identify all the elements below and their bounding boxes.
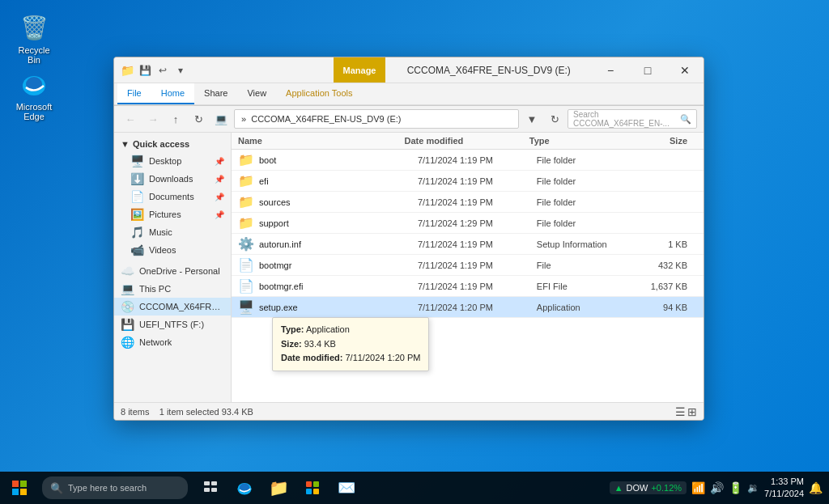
- videos-label: Videos: [149, 245, 176, 255]
- quick-access-label: Quick access: [133, 139, 189, 149]
- videos-icon: 📹: [130, 244, 144, 256]
- taskbar-apps: 📁 ✉️: [191, 472, 366, 504]
- taskbar-file-explorer[interactable]: 📁: [262, 472, 295, 504]
- file-list: Name Date modified Type Size 📁 boot 7/11…: [232, 133, 704, 402]
- file-name-efi: efi: [259, 176, 418, 186]
- sidebar-item-videos[interactable]: 📹 Videos: [114, 241, 231, 259]
- sidebar-item-network[interactable]: 🌐 Network: [114, 333, 231, 351]
- file-row-bootmgr[interactable]: 📄 bootmgr 7/11/2024 1:19 PM File 432 KB: [232, 255, 704, 276]
- tab-home[interactable]: Home: [151, 83, 194, 104]
- minimize-button[interactable]: −: [592, 57, 629, 83]
- col-header-type[interactable]: Type: [529, 136, 629, 146]
- search-placeholder-text: Search CCCOMA_X64FRE_EN-...: [573, 110, 677, 128]
- sidebar-item-music[interactable]: 🎵 Music: [114, 223, 231, 241]
- folder-icon: 📁: [238, 194, 254, 210]
- pin-icon-pictures: 📌: [215, 210, 224, 219]
- file-explorer-window: 📁 💾 ↩ ▾ Manage CCCOMA_X64FRE_EN-US_DV9 (…: [113, 57, 704, 421]
- col-header-size[interactable]: Size: [629, 136, 697, 146]
- network-icon[interactable]: 📶: [691, 481, 705, 494]
- svg-rect-6: [204, 481, 210, 485]
- tab-view[interactable]: View: [237, 83, 276, 104]
- up-button[interactable]: ↑: [166, 109, 185, 129]
- file-row-bootmgr-efi[interactable]: 📄 bootmgr.efi 7/11/2024 1:19 PM EFI File…: [232, 276, 704, 297]
- undo-btn[interactable]: ↩: [155, 62, 171, 78]
- address-dropdown[interactable]: ▼: [522, 109, 542, 129]
- col-header-name[interactable]: Name: [238, 136, 405, 146]
- tab-application-tools[interactable]: Application Tools: [276, 83, 362, 104]
- sidebar-item-cccoma[interactable]: 💿 CCCOMA_X64FRE_...: [114, 298, 231, 316]
- sidebar-item-this-pc[interactable]: 💻 This PC: [114, 280, 231, 298]
- tab-share[interactable]: Share: [194, 83, 237, 104]
- sidebar-item-documents[interactable]: 📄 Documents 📌: [114, 188, 231, 205]
- file-date-bootmgr: 7/11/2024 1:19 PM: [418, 260, 537, 270]
- desktop: 🗑️ Recycle Bin Microsoft Edge 📁 💾 ↩ ▾: [0, 0, 829, 504]
- edge-label: Microsoft Edge: [11, 102, 57, 121]
- back-button[interactable]: ←: [121, 109, 140, 129]
- window-icon: 📁: [121, 64, 134, 77]
- network-label: Network: [139, 337, 172, 347]
- stock-change: +0.12%: [651, 483, 682, 493]
- sidebar-quick-access-header[interactable]: ▼ Quick access: [114, 136, 231, 152]
- address-path-field[interactable]: » CCCOMA_X64FRE_EN-US_DV9 (E:): [234, 109, 519, 129]
- file-date-efi: 7/11/2024 1:19 PM: [418, 176, 537, 186]
- address-refresh[interactable]: ↻: [545, 109, 564, 129]
- volume-icon[interactable]: 🔉: [747, 482, 759, 493]
- uefi-label: UEFI_NTFS (F:): [139, 320, 204, 329]
- svg-rect-2: [12, 481, 19, 487]
- col-header-date[interactable]: Date modified: [405, 136, 529, 146]
- large-icons-view-button[interactable]: ⊞: [687, 405, 697, 418]
- battery-icon[interactable]: 🔋: [729, 481, 742, 494]
- sidebar-item-pictures[interactable]: 🖼️ Pictures 📌: [114, 205, 231, 223]
- taskbar-task-view[interactable]: [194, 472, 227, 504]
- taskbar-search[interactable]: 🔍 Type here to search: [42, 476, 188, 499]
- tooltip-type: Type: Application: [281, 323, 420, 337]
- window-title-text: CCCOMA_X64FRE_EN-US_DV9 (E:): [407, 65, 571, 76]
- date-text: 7/11/2024: [764, 488, 804, 500]
- file-type-sources: File folder: [537, 197, 632, 207]
- pictures-label: Pictures: [149, 210, 181, 219]
- file-name-sources: sources: [259, 197, 418, 207]
- taskbar-wifi[interactable]: 🔊: [710, 481, 724, 494]
- file-name-setup-exe: setup.exe: [259, 303, 418, 312]
- search-icon: 🔍: [680, 114, 691, 125]
- sidebar-item-onedrive[interactable]: ☁️ OneDrive - Personal: [114, 262, 231, 280]
- file-type-boot: File folder: [537, 155, 632, 165]
- cccoma-icon: 💿: [121, 300, 134, 313]
- forward-button[interactable]: →: [143, 109, 163, 129]
- taskbar-clock[interactable]: 1:33 PM 7/11/2024: [764, 476, 804, 501]
- file-row-setup-exe[interactable]: 🖥️ setup.exe 7/11/2024 1:20 PM Applicati…: [232, 297, 704, 318]
- tab-file[interactable]: File: [117, 83, 151, 104]
- taskbar-store[interactable]: [296, 472, 329, 504]
- svg-rect-15: [313, 489, 319, 494]
- dropdown-btn[interactable]: ▾: [172, 62, 189, 78]
- path-icon: 💻: [211, 109, 231, 129]
- file-row-boot[interactable]: 📁 boot 7/11/2024 1:19 PM File folder: [232, 150, 704, 171]
- stock-widget[interactable]: ▲ DOW +0.12%: [610, 481, 687, 494]
- taskbar-edge[interactable]: [228, 472, 261, 504]
- file-row-efi[interactable]: 📁 efi 7/11/2024 1:19 PM File folder: [232, 171, 704, 192]
- file-row-support[interactable]: 📁 support 7/11/2024 1:29 PM File folder: [232, 213, 704, 234]
- refresh-button[interactable]: ↻: [189, 109, 208, 129]
- taskbar-mail[interactable]: ✉️: [330, 472, 363, 504]
- title-bar-left: 📁 💾 ↩ ▾: [114, 57, 334, 83]
- search-box[interactable]: Search CCCOMA_X64FRE_EN-... 🔍: [568, 109, 697, 129]
- details-view-button[interactable]: ☰: [675, 405, 686, 418]
- microsoft-edge-icon[interactable]: Microsoft Edge: [8, 65, 60, 125]
- svg-rect-3: [20, 481, 27, 487]
- file-row-sources[interactable]: 📁 sources 7/11/2024 1:19 PM File folder: [232, 192, 704, 213]
- start-button[interactable]: [0, 472, 39, 504]
- folder-icon: 📁: [238, 173, 254, 188]
- manage-tab[interactable]: Manage: [334, 57, 386, 83]
- sidebar-item-downloads[interactable]: ⬇️ Downloads 📌: [114, 170, 231, 188]
- file-date-setup-exe: 7/11/2024 1:20 PM: [418, 303, 537, 312]
- maximize-button[interactable]: □: [629, 57, 666, 83]
- address-path-value: CCCOMA_X64FRE_EN-US_DV9 (E:): [251, 114, 401, 124]
- sidebar-item-desktop[interactable]: 🖥️ Desktop 📌: [114, 152, 231, 170]
- status-items-count: 8 items 1 item selected 93.4 KB: [121, 407, 253, 417]
- sidebar-item-uefi[interactable]: 💾 UEFI_NTFS (F:): [114, 316, 231, 333]
- file-row-autorun[interactable]: ⚙️ autorun.inf 7/11/2024 1:19 PM Setup I…: [232, 234, 704, 255]
- close-button[interactable]: ✕: [666, 57, 704, 83]
- recycle-bin-icon[interactable]: 🗑️ Recycle Bin: [8, 8, 60, 68]
- notification-icon[interactable]: 🔔: [809, 481, 823, 494]
- save-btn[interactable]: 💾: [137, 62, 153, 78]
